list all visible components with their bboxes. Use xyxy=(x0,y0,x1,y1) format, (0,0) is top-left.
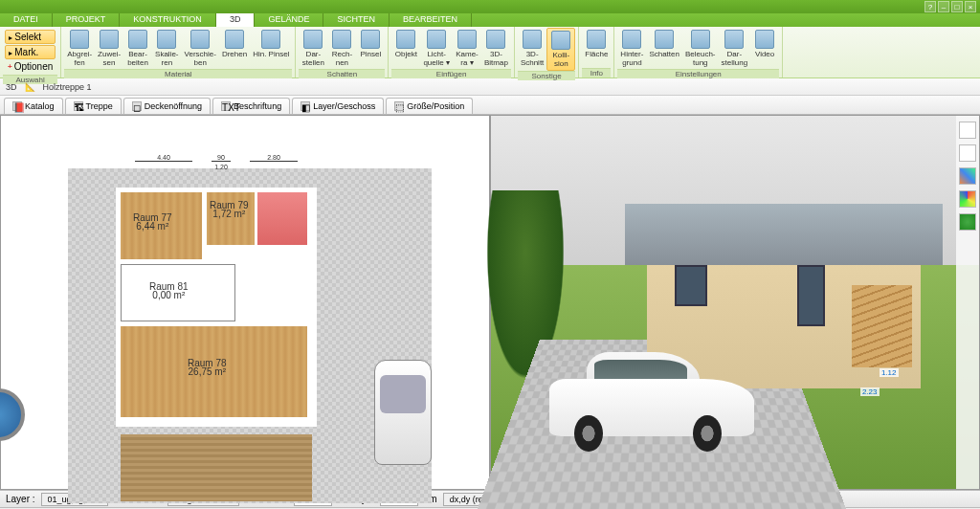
optionen-button[interactable]: Optionen xyxy=(5,60,56,73)
ribbon-btn-hin-pinsel[interactable]: Hin. Pinsel xyxy=(250,28,292,69)
ribbon-btn-drehen[interactable]: Drehen xyxy=(219,28,250,69)
tool-icon xyxy=(157,30,176,49)
tool-icon xyxy=(70,30,89,49)
menu-tab-3d[interactable]: 3D xyxy=(216,13,256,27)
dimension: 4.40 xyxy=(135,154,192,162)
dimension: 1.20 xyxy=(207,164,235,170)
ribbon-btn-video[interactable]: Video xyxy=(750,28,779,69)
panel-tab-treppe[interactable]: 🏗Treppe xyxy=(65,98,122,114)
minimize-icon[interactable]: – xyxy=(938,1,949,12)
ribbon: ▸ Selekt ▸ Mark. Optionen Auswahl Abgrei… xyxy=(0,27,980,78)
tool-icon xyxy=(691,30,710,49)
ribbon-btn-pinsel[interactable]: Pinsel xyxy=(356,28,385,69)
ribbon-btn-abgrei-fen[interactable]: Abgrei-fen xyxy=(64,28,95,69)
ribbon-btn-licht-quelle-[interactable]: Licht-quelle ▾ xyxy=(420,28,453,69)
secondary-tabs: 📕Katalog🏗Treppe◻DeckenöffnungTXTBeschrif… xyxy=(0,96,980,115)
menu-tab-sichten[interactable]: SICHTEN xyxy=(323,13,390,27)
building-outline: Raum 776,44 m² Raum 791,72 m² Raum 810,0… xyxy=(116,188,317,427)
staircase[interactable] xyxy=(257,192,307,245)
ribbon-btn-kolli-sion[interactable]: Kolli-sion xyxy=(546,28,575,71)
menu-tab-gelaende[interactable]: GELÄNDE xyxy=(255,13,323,27)
pool[interactable] xyxy=(0,388,25,441)
group-label-material: Material xyxy=(64,69,292,78)
ribbon-btn-hinter-grund[interactable]: Hinter-grund xyxy=(617,28,646,69)
mark-button[interactable]: ▸ Mark. xyxy=(5,45,56,59)
group-label-einstellungen: Einstellungen xyxy=(617,69,779,78)
tool-icon xyxy=(622,30,641,49)
close-icon[interactable]: × xyxy=(965,1,976,12)
ribbon-btn-rech-nen[interactable]: Rech-nen xyxy=(327,28,356,69)
tab-icon: 🏗 xyxy=(74,101,83,111)
menu-tab-bearbeiten[interactable]: BEARBEITEN xyxy=(390,13,472,27)
3d-view[interactable]: 2.23 1.12 xyxy=(490,115,980,490)
ribbon-btn-schatten[interactable]: Schatten xyxy=(646,28,682,69)
ribbon-btn-bear-beiten[interactable]: Bear-beiten xyxy=(123,28,152,69)
workspace: Raum 776,44 m² Raum 791,72 m² Raum 810,0… xyxy=(0,115,980,490)
tab-icon: 📕 xyxy=(12,101,22,111)
ribbon-btn-dar-stellung[interactable]: Dar-stellung xyxy=(719,28,751,69)
panel-tab-gr-e-position[interactable]: ⬚Größe/Position xyxy=(386,98,473,114)
menu-tab-datei[interactable]: DATEI xyxy=(0,13,53,27)
tool-icon xyxy=(225,30,244,49)
ribbon-btn-objekt[interactable]: Objekt xyxy=(391,28,420,69)
menu-tab-projekt[interactable]: PROJEKT xyxy=(53,13,121,27)
group-label-schatten: Schatten xyxy=(299,69,385,78)
object-name[interactable]: Holztreppe 1 xyxy=(43,82,92,92)
car-3d[interactable] xyxy=(549,347,754,452)
layer-label: Layer : xyxy=(6,494,35,504)
mode-label: 3D xyxy=(6,82,17,92)
layers-icon[interactable] xyxy=(959,122,976,139)
group-label-einfuegen: Einfügen xyxy=(391,69,510,78)
main-menu: DATEI PROJEKT KONSTRUKTION 3D GELÄNDE SI… xyxy=(0,13,980,27)
tab-icon: TXT xyxy=(221,101,231,111)
floorplan-view[interactable]: Raum 776,44 m² Raum 791,72 m² Raum 810,0… xyxy=(0,115,490,490)
car-2d[interactable] xyxy=(374,360,432,465)
tool-icon xyxy=(755,30,774,49)
stair-3d[interactable] xyxy=(852,285,912,367)
terrace[interactable] xyxy=(121,434,312,501)
tool-icon xyxy=(303,30,323,49)
tool-icon xyxy=(655,30,674,49)
tool-icon xyxy=(128,30,147,49)
selekt-button[interactable]: ▸ Selekt xyxy=(5,30,56,44)
group-label-info: Info xyxy=(582,68,611,77)
ribbon-btn-beleuch-tung[interactable]: Beleuch-tung xyxy=(682,28,719,69)
ribbon-btn--d-schnitt[interactable]: 3D-Schnitt xyxy=(518,28,546,71)
tool-icon xyxy=(190,30,210,49)
tool-icon xyxy=(587,30,606,49)
ribbon-btn-verschie-ben[interactable]: Verschie-ben xyxy=(182,28,219,69)
ribbon-btn-kame-ra-[interactable]: Kame-ra ▾ xyxy=(453,28,481,69)
texture-icon[interactable] xyxy=(959,167,976,185)
help-icon[interactable]: ? xyxy=(924,1,936,12)
palette-icon[interactable] xyxy=(959,190,976,208)
panel-tab-decken-ffnung[interactable]: ◻Deckenöffnung xyxy=(123,98,211,114)
dim-3d: 1.12 xyxy=(880,368,899,377)
title-bar: ? – □ × xyxy=(0,0,980,13)
ribbon-btn--d-bitmap[interactable]: 3D-Bitmap xyxy=(481,28,511,69)
ribbon-btn-dar-stellen[interactable]: Dar-stellen xyxy=(299,28,327,69)
panel-tab-beschriftung[interactable]: TXTBeschriftung xyxy=(212,98,290,114)
panel-tab-katalog[interactable]: 📕Katalog xyxy=(4,98,63,114)
tool-icon xyxy=(361,30,380,49)
tool-icon xyxy=(457,30,477,49)
tool-icon xyxy=(100,30,119,49)
tool-icon xyxy=(523,30,542,49)
cube-icon[interactable] xyxy=(959,144,976,162)
group-label-sonstige: Sonstige xyxy=(518,71,575,80)
ribbon-btn-zuwei-sen[interactable]: Zuwei-sen xyxy=(95,28,123,69)
dimension: 2.80 xyxy=(250,154,298,162)
tool-icon xyxy=(724,30,744,49)
dimension: 90 xyxy=(212,154,231,162)
sub-toolbar: 3D 📐 Holztreppe 1 xyxy=(0,78,980,96)
tree-icon[interactable] xyxy=(959,213,976,231)
ribbon-btn-fl-che[interactable]: Fläche xyxy=(582,28,611,68)
maximize-icon[interactable]: □ xyxy=(951,1,963,12)
menu-tab-konstruktion[interactable]: KONSTRUKTION xyxy=(120,13,216,27)
tool-icon xyxy=(332,30,351,49)
tool-icon xyxy=(396,30,415,49)
panel-tab-layer-geschoss[interactable]: ◧Layer/Geschoss xyxy=(292,98,384,114)
view-sidebar xyxy=(956,116,979,489)
dim-3d: 2.23 xyxy=(860,387,880,396)
tab-icon: ◧ xyxy=(301,101,310,111)
ribbon-btn-skalie-ren[interactable]: Skalie-ren xyxy=(152,28,181,69)
